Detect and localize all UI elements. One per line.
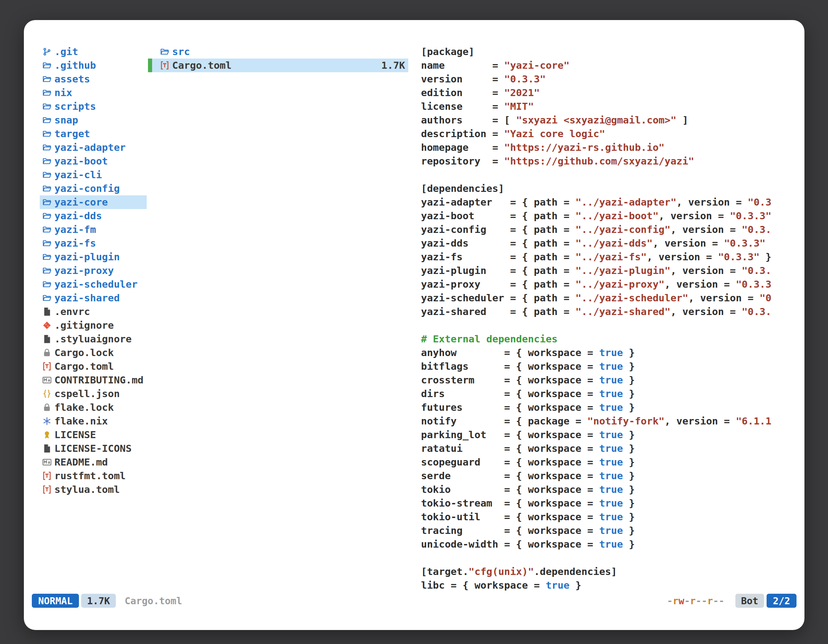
dir-row[interactable]: yazi-scheduler — [40, 277, 147, 291]
preview-line: yazi-scheduler = { path = "../yazi-sched… — [421, 291, 800, 305]
code-segment: tokio = { workspace = — [421, 484, 599, 495]
entry-label: yazi-fs — [55, 237, 96, 250]
code-segment: true — [599, 401, 623, 413]
code-segment: homepage = — [421, 142, 504, 153]
file-row[interactable]: rustfmt.toml — [40, 469, 147, 483]
preview-line: anyhow = { workspace = true } — [421, 346, 800, 360]
code-segment: , version = — [647, 251, 718, 263]
preview-line: yazi-fs = { path = "../yazi-fs", version… — [421, 250, 800, 264]
file-row[interactable]: .styluaignore — [40, 332, 147, 346]
code-segment: true — [599, 456, 623, 468]
file-row[interactable]: flake.nix — [40, 414, 147, 428]
file-row[interactable]: README.md — [40, 455, 147, 469]
git-icon — [42, 47, 52, 57]
entry-label: snap — [55, 113, 78, 127]
entry-label: yazi-plugin — [55, 250, 120, 264]
code-segment: yazi-shared = { path = — [421, 306, 576, 317]
dir-row[interactable]: nix — [40, 86, 147, 100]
toml-icon — [42, 471, 52, 481]
dir-row[interactable]: yazi-proxy — [40, 264, 147, 277]
dir-row[interactable]: yazi-dds — [40, 209, 147, 223]
dir-row[interactable]: yazi-plugin — [40, 250, 147, 264]
license-icon — [42, 430, 52, 440]
git-orange-icon — [42, 320, 52, 331]
dir-row[interactable]: yazi-fm — [40, 223, 147, 237]
code-segment: true — [599, 347, 623, 358]
folder-icon — [42, 225, 52, 235]
code-segment: yazi-fs = { path = — [421, 251, 576, 263]
preview-line: libc = { workspace = true } — [421, 578, 800, 592]
code-segment: ] — [676, 114, 688, 126]
dir-row[interactable]: yazi-adapter — [40, 141, 147, 154]
dir-row[interactable]: scripts — [40, 100, 147, 113]
dir-row[interactable]: yazi-core — [40, 195, 147, 209]
permission-char: - — [701, 595, 707, 606]
dir-row[interactable]: yazi-cli — [40, 168, 147, 182]
file-row[interactable]: Cargo.toml — [40, 360, 147, 373]
code-segment: tokio-stream = { workspace = — [421, 497, 599, 509]
file-row[interactable]: Cargo.toml1.7K — [148, 58, 408, 72]
code-segment: "0.3. — [742, 265, 772, 276]
file-row[interactable]: Cargo.lock — [40, 346, 147, 360]
file-row[interactable]: flake.lock — [40, 401, 147, 414]
file-row[interactable]: cspell.json — [40, 387, 147, 401]
entry-label: yazi-config — [55, 182, 120, 195]
file-row[interactable]: .gitignore — [40, 318, 147, 332]
dir-row[interactable]: assets — [40, 72, 147, 86]
code-segment: name = — [421, 60, 504, 71]
code-segment: , version = — [676, 196, 748, 208]
markdown-icon — [42, 375, 52, 385]
dir-row[interactable]: target — [40, 127, 147, 141]
dir-row[interactable]: .git — [40, 45, 147, 58]
permission-char: - — [713, 595, 719, 606]
code-segment: true — [599, 511, 623, 522]
file-row[interactable]: LICENSE — [40, 428, 147, 442]
preview-line: version = "0.3.3" — [421, 72, 800, 86]
preview-line: description = "Yazi core logic" — [421, 127, 800, 141]
file-row[interactable]: stylua.toml — [40, 483, 147, 497]
preview-line: bitflags = { workspace = true } — [421, 360, 800, 373]
entry-label: nix — [55, 86, 72, 100]
code-segment: "0.3.3" — [718, 251, 760, 263]
code-segment: .dependencies] — [534, 566, 617, 577]
entry-label: scripts — [55, 100, 96, 113]
code-segment: } — [623, 374, 635, 385]
code-segment: } — [623, 538, 635, 550]
file-size-chip: 1.7K — [81, 594, 116, 608]
nix-icon — [42, 416, 52, 426]
preview-line: unicode-width = { workspace = true } — [421, 537, 800, 551]
dir-row[interactable]: snap — [40, 113, 147, 127]
file-row[interactable]: LICENSE-ICONS — [40, 442, 147, 455]
entry-label: yazi-core — [55, 195, 108, 209]
dir-row[interactable]: src — [148, 45, 408, 58]
code-segment: tracing = { workspace = — [421, 525, 599, 536]
dir-row[interactable]: yazi-fs — [40, 237, 147, 250]
code-segment: description = — [421, 128, 504, 139]
code-segment: "../yazi-proxy" — [576, 278, 665, 290]
preview-line: scopeguard = { workspace = true } — [421, 455, 800, 469]
code-segment: yazi-boot = { path = — [421, 210, 576, 221]
entry-label: .envrc — [55, 305, 90, 318]
dir-row[interactable]: .github — [40, 58, 147, 72]
dir-row[interactable]: yazi-shared — [40, 291, 147, 305]
code-segment: "../yazi-config" — [576, 224, 671, 235]
permission-char: r — [707, 595, 713, 606]
dir-row[interactable]: yazi-boot — [40, 154, 147, 168]
file-row[interactable]: CONTRIBUTING.md — [40, 373, 147, 387]
code-segment: true — [599, 429, 623, 440]
entry-label: yazi-scheduler — [55, 277, 138, 291]
code-segment: , version = — [671, 306, 742, 317]
code-segment: edition = — [421, 87, 504, 98]
lock-icon — [42, 348, 52, 358]
code-segment: "0.3.3" — [724, 237, 765, 249]
dir-row[interactable]: yazi-config — [40, 182, 147, 195]
file-row[interactable]: .envrc — [40, 305, 147, 318]
entry-label: rustfmt.toml — [55, 469, 126, 483]
code-segment: "sxyazi <sxyazi@gmail.com>" — [516, 114, 676, 126]
code-segment: yazi-scheduler = { path = — [421, 292, 576, 304]
code-segment: true — [599, 443, 623, 454]
scroll-position-chip: Bot — [735, 594, 764, 608]
preview-line: notify = { package = "notify-fork", vers… — [421, 414, 800, 428]
code-segment: "../yazi-dds" — [576, 237, 653, 249]
entry-label: Cargo.toml — [55, 360, 114, 373]
